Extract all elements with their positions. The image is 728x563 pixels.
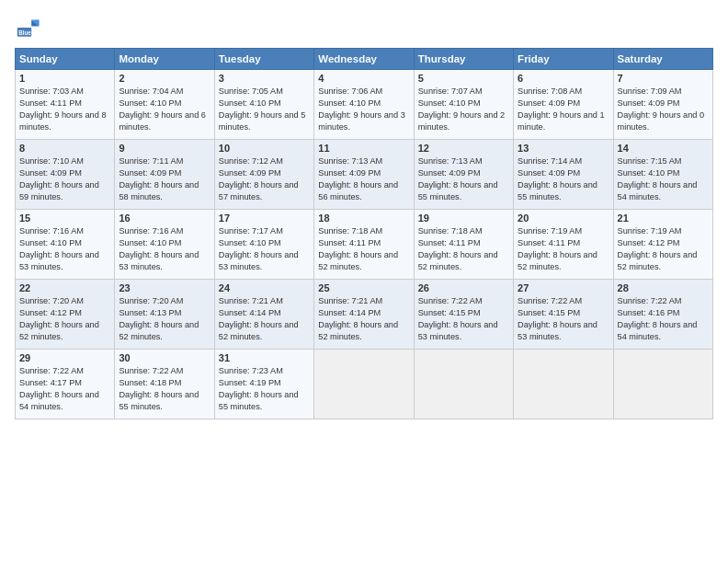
cell-content: Sunrise: 7:14 AMSunset: 4:09 PMDaylight:… — [518, 156, 597, 201]
calendar-cell: 27Sunrise: 7:22 AMSunset: 4:15 PMDayligh… — [514, 280, 613, 350]
col-header-saturday: Saturday — [613, 49, 712, 70]
day-number: 1 — [19, 73, 110, 84]
day-number: 18 — [318, 213, 409, 224]
day-number: 31 — [219, 352, 310, 363]
cell-content: Sunrise: 7:06 AMSunset: 4:10 PMDaylight:… — [318, 86, 405, 132]
day-number: 26 — [418, 282, 509, 293]
calendar-cell: 15Sunrise: 7:16 AMSunset: 4:10 PMDayligh… — [16, 210, 115, 280]
day-number: 23 — [119, 282, 210, 293]
calendar-cell: 11Sunrise: 7:13 AMSunset: 4:09 PMDayligh… — [314, 140, 414, 210]
cell-content: Sunrise: 7:19 AMSunset: 4:12 PMDaylight:… — [618, 226, 698, 271]
week-row-4: 22Sunrise: 7:20 AMSunset: 4:12 PMDayligh… — [16, 280, 713, 350]
calendar-cell: 24Sunrise: 7:21 AMSunset: 4:14 PMDayligh… — [214, 280, 313, 350]
cell-content: Sunrise: 7:07 AMSunset: 4:10 PMDaylight:… — [418, 86, 506, 132]
cell-content: Sunrise: 7:16 AMSunset: 4:10 PMDaylight:… — [19, 226, 99, 271]
cell-content: Sunrise: 7:22 AMSunset: 4:15 PMDaylight:… — [418, 296, 498, 341]
calendar-cell: 31Sunrise: 7:23 AMSunset: 4:19 PMDayligh… — [214, 350, 313, 419]
calendar-cell — [414, 350, 513, 419]
cell-content: Sunrise: 7:18 AMSunset: 4:11 PMDaylight:… — [318, 226, 398, 271]
col-header-sunday: Sunday — [16, 49, 115, 70]
header: Blue — [15, 15, 713, 40]
calendar-cell: 10Sunrise: 7:12 AMSunset: 4:09 PMDayligh… — [214, 140, 313, 210]
calendar-cell: 14Sunrise: 7:15 AMSunset: 4:10 PMDayligh… — [613, 140, 712, 210]
cell-content: Sunrise: 7:11 AMSunset: 4:09 PMDaylight:… — [119, 156, 199, 201]
col-header-wednesday: Wednesday — [314, 49, 414, 70]
calendar-cell: 5Sunrise: 7:07 AMSunset: 4:10 PMDaylight… — [414, 70, 513, 140]
svg-text:Blue: Blue — [18, 29, 31, 36]
cell-content: Sunrise: 7:22 AMSunset: 4:17 PMDaylight:… — [19, 366, 99, 411]
cell-content: Sunrise: 7:21 AMSunset: 4:14 PMDaylight:… — [219, 296, 299, 341]
col-header-thursday: Thursday — [414, 49, 513, 70]
logo: Blue — [15, 15, 44, 40]
cell-content: Sunrise: 7:15 AMSunset: 4:10 PMDaylight:… — [618, 156, 698, 201]
cell-content: Sunrise: 7:12 AMSunset: 4:09 PMDaylight:… — [219, 156, 299, 201]
day-number: 16 — [119, 213, 210, 224]
cell-content: Sunrise: 7:18 AMSunset: 4:11 PMDaylight:… — [418, 226, 498, 271]
cell-content: Sunrise: 7:22 AMSunset: 4:15 PMDaylight:… — [518, 296, 597, 341]
calendar-cell: 21Sunrise: 7:19 AMSunset: 4:12 PMDayligh… — [613, 210, 712, 280]
day-number: 2 — [119, 73, 210, 84]
day-number: 24 — [219, 282, 310, 293]
calendar-cell — [613, 350, 712, 419]
calendar-cell: 19Sunrise: 7:18 AMSunset: 4:11 PMDayligh… — [414, 210, 513, 280]
col-header-friday: Friday — [514, 49, 613, 70]
calendar-cell: 8Sunrise: 7:10 AMSunset: 4:09 PMDaylight… — [16, 140, 115, 210]
day-number: 3 — [219, 73, 310, 84]
calendar-cell: 29Sunrise: 7:22 AMSunset: 4:17 PMDayligh… — [16, 350, 115, 419]
calendar-cell: 25Sunrise: 7:21 AMSunset: 4:14 PMDayligh… — [314, 280, 414, 350]
calendar-cell: 28Sunrise: 7:22 AMSunset: 4:16 PMDayligh… — [613, 280, 712, 350]
calendar-cell: 6Sunrise: 7:08 AMSunset: 4:09 PMDaylight… — [514, 70, 613, 140]
day-number: 28 — [618, 282, 709, 293]
cell-content: Sunrise: 7:23 AMSunset: 4:19 PMDaylight:… — [219, 366, 299, 411]
cell-content: Sunrise: 7:22 AMSunset: 4:18 PMDaylight:… — [119, 366, 199, 411]
day-number: 29 — [19, 352, 110, 363]
day-number: 20 — [518, 213, 609, 224]
calendar-cell: 9Sunrise: 7:11 AMSunset: 4:09 PMDaylight… — [115, 140, 214, 210]
cell-content: Sunrise: 7:16 AMSunset: 4:10 PMDaylight:… — [119, 226, 199, 271]
day-number: 9 — [119, 143, 210, 154]
calendar-cell: 13Sunrise: 7:14 AMSunset: 4:09 PMDayligh… — [514, 140, 613, 210]
cell-content: Sunrise: 7:21 AMSunset: 4:14 PMDaylight:… — [318, 296, 398, 341]
cell-content: Sunrise: 7:19 AMSunset: 4:11 PMDaylight:… — [518, 226, 597, 271]
day-number: 17 — [219, 213, 310, 224]
cell-content: Sunrise: 7:03 AMSunset: 4:11 PMDaylight:… — [19, 86, 107, 132]
calendar-cell — [314, 350, 414, 419]
cell-content: Sunrise: 7:13 AMSunset: 4:09 PMDaylight:… — [418, 156, 498, 201]
logo-icon: Blue — [15, 15, 40, 40]
col-header-tuesday: Tuesday — [214, 49, 313, 70]
day-number: 6 — [518, 73, 609, 84]
day-number: 13 — [518, 143, 609, 154]
day-number: 7 — [618, 73, 709, 84]
cell-content: Sunrise: 7:09 AMSunset: 4:09 PMDaylight:… — [618, 86, 705, 132]
cell-content: Sunrise: 7:04 AMSunset: 4:10 PMDaylight:… — [119, 86, 206, 132]
calendar-cell: 4Sunrise: 7:06 AMSunset: 4:10 PMDaylight… — [314, 70, 414, 140]
calendar-cell: 18Sunrise: 7:18 AMSunset: 4:11 PMDayligh… — [314, 210, 414, 280]
day-number: 21 — [618, 213, 709, 224]
calendar-cell: 17Sunrise: 7:17 AMSunset: 4:10 PMDayligh… — [214, 210, 313, 280]
calendar-cell — [514, 350, 613, 419]
cell-content: Sunrise: 7:08 AMSunset: 4:09 PMDaylight:… — [518, 86, 605, 132]
calendar-cell: 30Sunrise: 7:22 AMSunset: 4:18 PMDayligh… — [115, 350, 214, 419]
day-number: 5 — [418, 73, 509, 84]
calendar-table: SundayMondayTuesdayWednesdayThursdayFrid… — [15, 48, 713, 419]
cell-content: Sunrise: 7:20 AMSunset: 4:12 PMDaylight:… — [19, 296, 99, 341]
day-number: 19 — [418, 213, 509, 224]
calendar-cell: 12Sunrise: 7:13 AMSunset: 4:09 PMDayligh… — [414, 140, 513, 210]
week-row-3: 15Sunrise: 7:16 AMSunset: 4:10 PMDayligh… — [16, 210, 713, 280]
calendar-cell: 20Sunrise: 7:19 AMSunset: 4:11 PMDayligh… — [514, 210, 613, 280]
week-row-2: 8Sunrise: 7:10 AMSunset: 4:09 PMDaylight… — [16, 140, 713, 210]
cell-content: Sunrise: 7:10 AMSunset: 4:09 PMDaylight:… — [19, 156, 99, 201]
calendar-cell: 22Sunrise: 7:20 AMSunset: 4:12 PMDayligh… — [16, 280, 115, 350]
day-number: 12 — [418, 143, 509, 154]
calendar-cell: 1Sunrise: 7:03 AMSunset: 4:11 PMDaylight… — [16, 70, 115, 140]
cell-content: Sunrise: 7:05 AMSunset: 4:10 PMDaylight:… — [219, 86, 306, 132]
calendar-cell: 16Sunrise: 7:16 AMSunset: 4:10 PMDayligh… — [115, 210, 214, 280]
day-number: 14 — [618, 143, 709, 154]
col-header-monday: Monday — [115, 49, 214, 70]
day-number: 30 — [119, 352, 210, 363]
week-row-5: 29Sunrise: 7:22 AMSunset: 4:17 PMDayligh… — [16, 350, 713, 419]
calendar-cell: 7Sunrise: 7:09 AMSunset: 4:09 PMDaylight… — [613, 70, 712, 140]
day-number: 11 — [318, 143, 409, 154]
cell-content: Sunrise: 7:20 AMSunset: 4:13 PMDaylight:… — [119, 296, 199, 341]
day-number: 25 — [318, 282, 409, 293]
